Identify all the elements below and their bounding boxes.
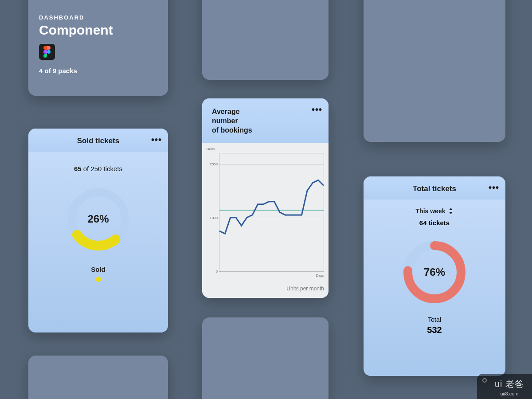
widget-header: Sold tickets ••• [28,129,168,152]
intro-title: Component [39,23,157,38]
ytick-0: 0 [206,270,218,274]
intro-packs-count: 4 of 9 packs [39,67,157,74]
ytick-1000: 1000 [206,216,218,220]
svg-point-0 [47,50,51,54]
more-icon[interactable]: ••• [151,135,162,145]
figma-icon [39,44,55,60]
bookings-chart-panel: Units 2000 1000 0 Days Units per month [202,143,329,298]
widget-header: Average number of bookings ••• [202,98,329,143]
watermark: ui 老爸 uii8.com [477,374,532,399]
bookings-title-l1: Average [212,108,240,115]
sold-tickets-card: Sold tickets ••• 65 of 250 tickets 26% S… [28,129,168,332]
intro-eyebrow: DASHBOARD [39,14,157,21]
total-legend-value: 532 [427,325,442,335]
bookings-line [219,153,324,271]
period-selector[interactable]: This week [416,207,454,215]
bookings-card: Average number of bookings ••• Units 200… [202,98,329,298]
total-count: 64 tickets [419,219,450,227]
watermark-dot-icon [482,378,487,383]
sold-count-bold: 65 [74,165,82,172]
bookings-title-l2: number [212,117,238,125]
placeholder-card [202,317,329,399]
sort-icon [449,208,453,214]
total-legend-label: Total [428,316,441,323]
placeholder-card [28,356,168,399]
total-gauge: 76% [397,235,472,310]
bookings-title: Average number of bookings [212,107,319,135]
bookings-plot: 2000 1000 0 [219,153,324,272]
more-icon[interactable]: ••• [312,105,322,115]
widget-header: Total tickets ••• [364,176,505,200]
total-percent: 76% [397,235,472,310]
y-axis-label: Units [207,147,324,151]
chart-caption: Units per month [207,286,324,292]
sold-percent: 26% [61,181,136,257]
sold-title: Sold tickets [37,137,159,145]
watermark-brand: ui 老爸 [495,378,524,390]
total-tickets-card: Total tickets ••• This week 64 tickets 7… [364,176,505,376]
intro-card: DASHBOARD Component 4 of 9 packs [28,0,168,96]
bookings-title-l3: of bookings [212,126,252,134]
sold-gauge: 26% [61,181,136,257]
placeholder-card [202,0,329,80]
x-axis-label: Days [207,274,324,278]
placeholder-card [364,0,505,142]
sold-legend-dot [96,277,101,282]
total-title: Total tickets [372,184,497,193]
period-label: This week [416,207,446,215]
ytick-2000: 2000 [206,162,218,166]
more-icon[interactable]: ••• [489,183,499,193]
watermark-url: uii8.com [495,391,524,396]
